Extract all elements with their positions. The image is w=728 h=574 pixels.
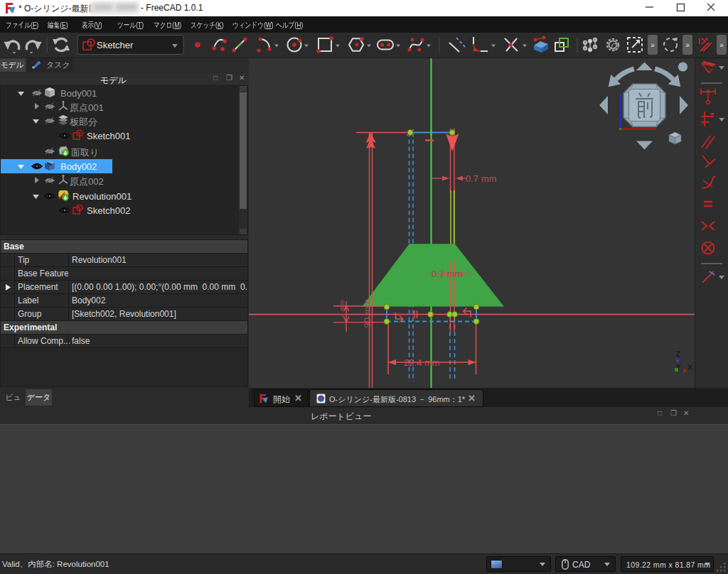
svg-text:22.4 mm: 22.4 mm [404, 357, 440, 368]
svg-text:X: X [687, 364, 692, 372]
svg-text:4 mm: 4 mm [338, 300, 346, 317]
svg-text:Sketcher: Sketcher [97, 40, 134, 50]
svg-text:Z: Z [676, 350, 680, 358]
svg-text:0.7 mm: 0.7 mm [432, 269, 462, 279]
svg-text:90 mm: 90 mm [362, 298, 373, 327]
svg-text:0.7 mm: 0.7 mm [466, 173, 496, 184]
